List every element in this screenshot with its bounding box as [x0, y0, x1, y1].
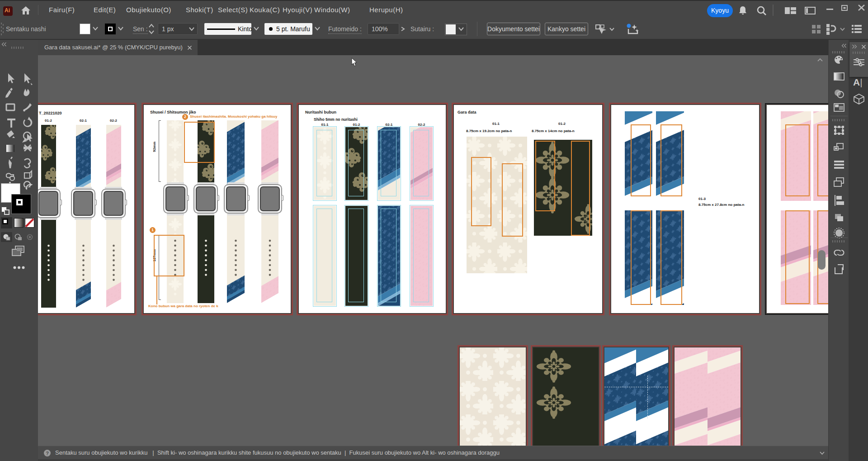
svg-text:?: ?	[46, 451, 49, 456]
